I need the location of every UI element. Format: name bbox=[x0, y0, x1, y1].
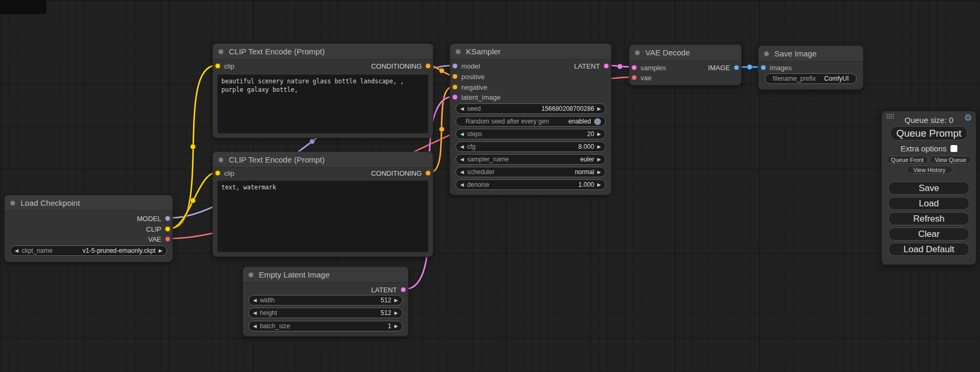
output-slot-model[interactable] bbox=[165, 216, 170, 221]
node-load-checkpoint[interactable]: Load Checkpoint MODEL CLIP VAE ◀ ckpt_na… bbox=[4, 195, 173, 262]
increment-arrow-icon[interactable]: ▶ bbox=[394, 311, 398, 316]
input-slot-samples-row: samples bbox=[632, 62, 666, 73]
settings-gear-icon[interactable]: ⚙ bbox=[964, 112, 972, 123]
input-slot-latent-image[interactable] bbox=[452, 94, 458, 100]
widget-scheduler[interactable]: ◀ scheduler normal ▶ bbox=[455, 167, 606, 177]
widget-value: 512 bbox=[381, 297, 391, 304]
widget-value: 156680208700286 bbox=[541, 105, 594, 112]
increment-arrow-icon[interactable]: ▶ bbox=[597, 145, 601, 149]
view-history-button[interactable]: View History bbox=[906, 166, 953, 174]
node-title-bar[interactable]: Empty Latent Image bbox=[243, 267, 408, 283]
input-slot-vae-row: vae bbox=[632, 72, 652, 83]
slot-label: CONDITIONING bbox=[371, 62, 422, 70]
widget-cfg[interactable]: ◀ cfg 8.000 ▶ bbox=[455, 141, 606, 152]
canvas-corner-overlay bbox=[0, 0, 46, 14]
output-slot-vae-row: VAE bbox=[148, 234, 170, 244]
increment-arrow-icon[interactable]: ▶ bbox=[394, 324, 398, 329]
prompt-textarea[interactable]: text, watermark bbox=[217, 180, 429, 252]
output-slot-conditioning[interactable] bbox=[425, 170, 431, 176]
widget-batch-size[interactable]: ◀ batch_size 1 ▶ bbox=[248, 321, 403, 331]
slot-label: clip bbox=[224, 169, 235, 177]
widget-sampler-name[interactable]: ◀ sampler_name euler ▶ bbox=[455, 154, 606, 165]
increment-arrow-icon[interactable]: ▶ bbox=[597, 183, 601, 187]
node-clip-text-encode-positive[interactable]: CLIP Text Encode (Prompt) clip CONDITION… bbox=[212, 43, 433, 138]
decrement-arrow-icon[interactable]: ◀ bbox=[15, 249, 18, 253]
output-slot-clip[interactable] bbox=[165, 226, 170, 232]
widget-label: denoise bbox=[467, 181, 489, 188]
input-slot-positive-row: positive bbox=[452, 71, 484, 82]
slot-label: LATENT bbox=[574, 62, 600, 70]
decrement-arrow-icon[interactable]: ◀ bbox=[253, 298, 257, 303]
queue-control-panel: ⠿⠿ Queue size: 0 ⚙ Queue Prompt Extra op… bbox=[881, 111, 976, 265]
node-vae-decode[interactable]: VAE Decode samples vae IMAGE bbox=[629, 44, 742, 85]
input-slot-images[interactable] bbox=[761, 65, 766, 70]
view-queue-button[interactable]: View Queue bbox=[929, 156, 972, 164]
node-empty-latent-image[interactable]: Empty Latent Image LATENT ◀ width 512 ▶ … bbox=[242, 266, 409, 337]
input-slot-model[interactable] bbox=[452, 63, 458, 69]
increment-arrow-icon[interactable]: ▶ bbox=[597, 132, 601, 137]
queue-prompt-button[interactable]: Queue Prompt bbox=[890, 126, 967, 140]
increment-arrow-icon[interactable]: ▶ bbox=[597, 157, 601, 162]
increment-arrow-icon[interactable]: ▶ bbox=[597, 170, 601, 175]
node-title: CLIP Text Encode (Prompt) bbox=[229, 47, 325, 56]
widget-ckpt-name[interactable]: ◀ ckpt_name v1-5-pruned-emaonly.ckpt ▶ bbox=[10, 245, 167, 256]
decrement-arrow-icon[interactable]: ◀ bbox=[460, 183, 464, 187]
output-slot-latent[interactable] bbox=[604, 63, 609, 69]
input-slot-samples[interactable] bbox=[632, 65, 637, 70]
link-midpoint-dot bbox=[309, 139, 315, 144]
decrement-arrow-icon[interactable]: ◀ bbox=[253, 324, 257, 329]
widget-denoise[interactable]: ◀ denoise 1.000 ▶ bbox=[455, 179, 606, 190]
extra-options-checkbox[interactable] bbox=[950, 145, 957, 152]
toggle-dot-icon[interactable] bbox=[594, 118, 601, 125]
queue-front-button[interactable]: Queue Front bbox=[886, 156, 928, 164]
node-status-dot bbox=[455, 49, 461, 54]
widget-label: height bbox=[260, 309, 277, 317]
node-title-bar[interactable]: VAE Decode bbox=[629, 45, 741, 61]
decrement-arrow-icon[interactable]: ◀ bbox=[460, 157, 464, 162]
node-title-bar[interactable]: Load Checkpoint bbox=[5, 195, 172, 211]
widget-height[interactable]: ◀ height 512 ▶ bbox=[248, 308, 403, 318]
node-title-bar[interactable]: Save Image bbox=[759, 46, 863, 62]
load-default-button[interactable]: Load Default bbox=[888, 243, 969, 256]
load-button[interactable]: Load bbox=[888, 197, 969, 210]
decrement-arrow-icon[interactable]: ◀ bbox=[460, 107, 464, 111]
node-title-bar[interactable]: CLIP Text Encode (Prompt) bbox=[213, 152, 433, 168]
decrement-arrow-icon[interactable]: ◀ bbox=[460, 170, 464, 175]
widget-width[interactable]: ◀ width 512 ▶ bbox=[248, 295, 403, 306]
decrement-arrow-icon[interactable]: ◀ bbox=[460, 132, 464, 137]
node-ksampler[interactable]: KSampler model positive negative latent_… bbox=[450, 43, 612, 195]
node-title: VAE Decode bbox=[645, 48, 690, 57]
clear-button[interactable]: Clear bbox=[888, 227, 969, 241]
widget-steps[interactable]: ◀ steps 20 ▶ bbox=[455, 129, 606, 139]
output-slot-vae[interactable] bbox=[165, 236, 170, 242]
output-slot-conditioning[interactable] bbox=[425, 63, 431, 69]
widget-filename-prefix[interactable]: filename_prefix ComfyUI bbox=[765, 73, 857, 84]
output-slot-image[interactable] bbox=[734, 65, 739, 70]
input-slot-clip[interactable] bbox=[215, 170, 220, 176]
increment-arrow-icon[interactable]: ▶ bbox=[394, 298, 398, 303]
input-slot-clip[interactable] bbox=[215, 63, 220, 69]
input-slot-negative-row: negative bbox=[452, 82, 487, 92]
node-title: KSampler bbox=[466, 47, 501, 56]
input-slot-positive[interactable] bbox=[452, 74, 458, 79]
link-midpoint-dot bbox=[190, 144, 196, 149]
node-title-bar[interactable]: KSampler bbox=[450, 44, 611, 60]
refresh-button[interactable]: Refresh bbox=[888, 212, 969, 225]
decrement-arrow-icon[interactable]: ◀ bbox=[460, 145, 464, 149]
prompt-textarea[interactable]: beautiful scenery nature glass bottle la… bbox=[217, 74, 429, 133]
node-save-image[interactable]: Save Image images filename_prefix ComfyU… bbox=[758, 45, 863, 90]
widget-seed[interactable]: ◀ seed 156680208700286 ▶ bbox=[455, 103, 606, 114]
slot-label: CLIP bbox=[146, 225, 161, 233]
increment-arrow-icon[interactable]: ▶ bbox=[597, 107, 601, 111]
input-slot-vae[interactable] bbox=[632, 75, 637, 80]
node-status-dot bbox=[218, 157, 224, 163]
widget-label: width bbox=[260, 297, 275, 304]
save-button[interactable]: Save bbox=[888, 182, 969, 195]
input-slot-negative[interactable] bbox=[452, 84, 458, 90]
node-title-bar[interactable]: CLIP Text Encode (Prompt) bbox=[213, 44, 433, 60]
output-slot-latent[interactable] bbox=[401, 287, 406, 292]
decrement-arrow-icon[interactable]: ◀ bbox=[253, 311, 257, 316]
node-clip-text-encode-negative[interactable]: CLIP Text Encode (Prompt) clip CONDITION… bbox=[212, 151, 433, 257]
increment-arrow-icon[interactable]: ▶ bbox=[159, 249, 162, 253]
widget-random-seed-toggle[interactable]: Random seed after every gen enabled bbox=[455, 116, 606, 127]
